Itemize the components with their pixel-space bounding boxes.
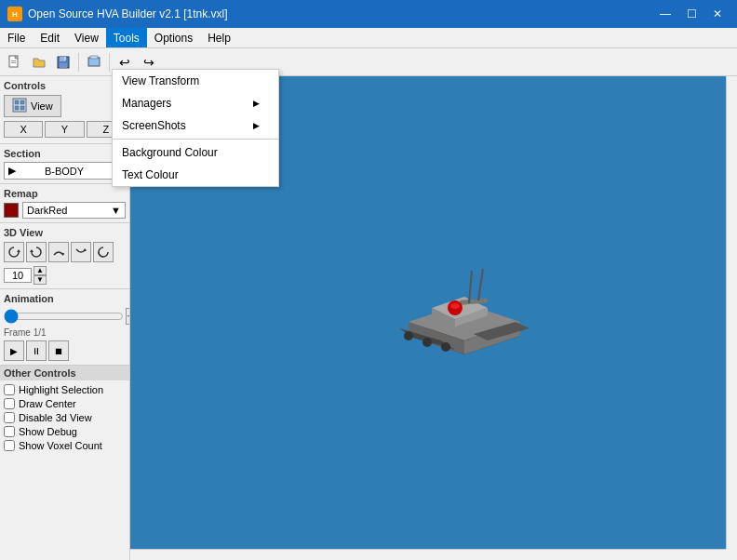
- zoom-input[interactable]: [4, 268, 32, 283]
- toolbar-separator-1: [78, 53, 79, 72]
- section-label-text: Section: [4, 148, 126, 159]
- svg-rect-12: [20, 100, 24, 104]
- minimize-button[interactable]: —: [653, 5, 677, 23]
- svg-rect-7: [60, 63, 67, 68]
- managers-label: Managers: [122, 97, 171, 110]
- toolbar-open-button[interactable]: [28, 51, 50, 73]
- stop-button[interactable]: ⏹: [48, 340, 69, 361]
- menu-separator: [113, 139, 278, 140]
- controls-header: Controls: [4, 80, 126, 91]
- svg-rect-9: [90, 56, 98, 59]
- section-select[interactable]: ▶ B-BODY ▼: [4, 162, 126, 180]
- tank-container: [381, 252, 548, 384]
- toolbar-new-button[interactable]: [4, 51, 26, 73]
- svg-rect-2: [11, 60, 16, 61]
- show-voxel-count-item[interactable]: Show Voxel Count: [4, 440, 126, 451]
- reset-view-button[interactable]: [93, 242, 114, 262]
- disable-3d-view-label: Disable 3d View: [19, 412, 92, 423]
- x-button[interactable]: X: [4, 121, 43, 138]
- toolbar-btn-4[interactable]: [83, 51, 105, 73]
- zoom-spinners: ▲ ▼: [34, 266, 47, 285]
- screenshots-submenu-arrow: ▶: [253, 121, 260, 130]
- menu-item-view[interactable]: View: [67, 28, 106, 47]
- tank-svg: [381, 252, 548, 382]
- title-bar: H Open Source HVA Builder v2.1 [1tnk.vxl…: [0, 0, 737, 28]
- svg-line-31: [478, 269, 483, 300]
- remap-header: Remap: [4, 188, 126, 199]
- svg-marker-16: [30, 249, 34, 252]
- menu-item-help[interactable]: Help: [200, 28, 238, 47]
- svg-line-30: [469, 271, 472, 303]
- remap-row: DarkRed ▼: [4, 202, 126, 219]
- menu-text-colour[interactable]: Text Colour: [113, 164, 278, 186]
- rotate-cw-button[interactable]: [26, 242, 47, 262]
- menu-item-tools[interactable]: Tools: [106, 28, 147, 47]
- disable-3d-view-item[interactable]: Disable 3d View: [4, 412, 126, 423]
- highlight-selection-checkbox[interactable]: [4, 384, 15, 395]
- menu-background-colour[interactable]: Background Colour: [113, 141, 278, 164]
- menu-item-options[interactable]: Options: [147, 28, 200, 47]
- menu-view-transform[interactable]: View Transform: [113, 70, 278, 92]
- xyz-buttons: X Y Z: [4, 121, 126, 138]
- play-button[interactable]: ▶: [4, 340, 24, 361]
- remap-color-swatch[interactable]: [4, 203, 19, 218]
- highlight-selection-item[interactable]: Highlight Selection: [4, 384, 126, 395]
- remap-select[interactable]: DarkRed ▼: [22, 202, 126, 219]
- svg-point-34: [404, 331, 413, 340]
- animation-header: Animation: [4, 293, 126, 304]
- svg-point-36: [441, 342, 450, 352]
- y-button[interactable]: Y: [45, 121, 84, 138]
- menu-item-file[interactable]: File: [0, 28, 33, 47]
- view-button[interactable]: View: [4, 95, 61, 117]
- highlight-selection-label: Highlight Selection: [19, 384, 103, 395]
- title-buttons: — ☐ ✕: [653, 5, 730, 23]
- title-text: Open Source HVA Builder v2.1 [1tnk.vxl]: [28, 7, 228, 20]
- zoom-down-button[interactable]: ▼: [34, 275, 47, 285]
- show-debug-item[interactable]: Show Debug: [4, 426, 126, 437]
- animation-area: Animation ⊣ Frame 1/1 ▶ ⏸ ⏹: [0, 289, 129, 366]
- zoom-row: ▲ ▼: [4, 266, 126, 285]
- menu-screenshots[interactable]: ScreenShots ▶: [113, 114, 278, 137]
- rotate-ccw-button[interactable]: [4, 242, 24, 262]
- view-icon: [12, 98, 27, 114]
- svg-rect-14: [20, 106, 24, 110]
- show-debug-checkbox[interactable]: [4, 426, 15, 437]
- slider-row: ⊣: [4, 308, 126, 325]
- toolbar-separator-2: [109, 53, 110, 72]
- pause-button[interactable]: ⏸: [26, 340, 47, 361]
- animation-slider[interactable]: [4, 309, 124, 324]
- disable-3d-view-checkbox[interactable]: [4, 412, 15, 423]
- svg-rect-8: [88, 58, 100, 66]
- horizontal-scrollbar[interactable]: [130, 549, 726, 560]
- menu-bar: File Edit View Tools Options Help: [0, 28, 737, 48]
- close-button[interactable]: ✕: [705, 5, 730, 23]
- draw-center-checkbox[interactable]: [4, 398, 15, 409]
- svg-marker-15: [17, 249, 20, 252]
- text-colour-label: Text Colour: [122, 168, 179, 181]
- toolbar: ↩ ↪: [0, 48, 737, 76]
- tilt-down-button[interactable]: [71, 242, 91, 262]
- other-controls-header: Other Controls: [0, 366, 129, 380]
- view-transform-label: View Transform: [122, 74, 199, 87]
- show-debug-label: Show Debug: [19, 426, 77, 437]
- svg-point-29: [450, 303, 460, 309]
- toolbar-save-button[interactable]: [52, 51, 74, 73]
- menu-managers[interactable]: Managers ▶: [113, 92, 278, 114]
- remap-value: DarkRed: [27, 205, 67, 216]
- tilt-up-button[interactable]: [48, 242, 69, 262]
- draw-center-item[interactable]: Draw Center: [4, 398, 126, 409]
- animation-controls: ▶ ⏸ ⏹: [4, 340, 126, 361]
- other-controls-section: Other Controls Highlight Selection Draw …: [0, 366, 129, 458]
- left-panel: Controls View X Y Z Section ▶ B-BODY ▼: [0, 76, 130, 560]
- section-text: B-BODY: [45, 166, 84, 177]
- zoom-up-button[interactable]: ▲: [34, 266, 47, 275]
- vertical-scrollbar[interactable]: [726, 76, 737, 549]
- svg-rect-3: [11, 62, 16, 63]
- menu-item-edit[interactable]: Edit: [33, 28, 67, 47]
- managers-submenu-arrow: ▶: [253, 99, 260, 108]
- show-voxel-count-checkbox[interactable]: [4, 440, 15, 451]
- maximize-button[interactable]: ☐: [679, 5, 704, 23]
- scroll-corner: [726, 549, 737, 560]
- view-label: View: [31, 100, 53, 112]
- section-area: Section ▶ B-BODY ▼: [0, 144, 129, 184]
